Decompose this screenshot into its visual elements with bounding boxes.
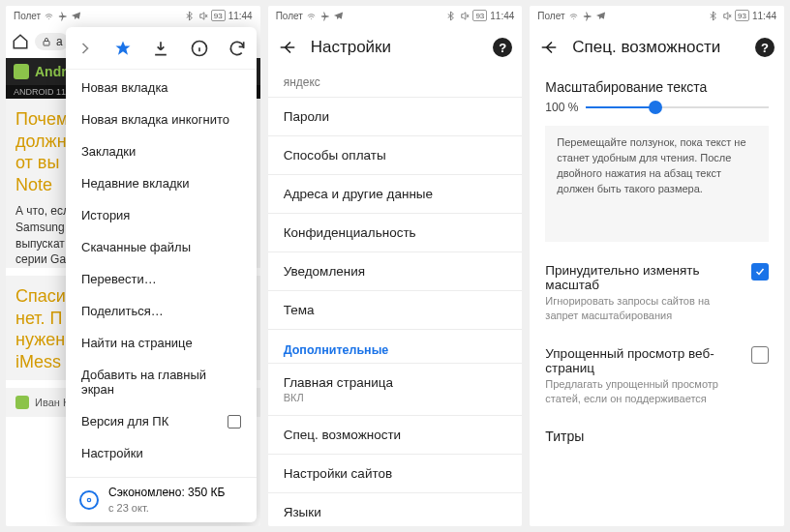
data-saver-icon: [79, 490, 99, 510]
text-scaling-block: Масштабирование текста 100 %: [530, 70, 784, 120]
carrier-label: Полет: [14, 11, 41, 21]
menu-translate[interactable]: Перевести…: [66, 263, 257, 295]
help-icon[interactable]: ?: [493, 38, 512, 57]
simplified-view-row[interactable]: Упрощенный просмотр веб-страниц Предлага…: [530, 335, 784, 418]
url-text: a: [56, 35, 63, 48]
text-scaling-value: 100 %: [545, 101, 578, 114]
app-bar: Спец. возможности ?: [530, 25, 784, 70]
airplane-icon: [57, 11, 68, 21]
menu-icon-row: [66, 27, 257, 70]
back-icon[interactable]: [539, 38, 559, 57]
page-title: Настройки: [311, 38, 480, 57]
telegram-icon: [333, 11, 344, 21]
screen-accessibility: Полет 93 11:44 Спец. возможности ? Масшт…: [530, 6, 784, 526]
menu-recent-tabs[interactable]: Недавние вкладки: [66, 167, 257, 199]
carrier-label: Полет: [276, 11, 303, 21]
setting-passwords[interactable]: Пароли: [268, 97, 523, 135]
text-scaling-slider[interactable]: [586, 106, 769, 108]
bluetooth-icon: [708, 11, 718, 21]
screen-settings: Полет 93 11:44 Настройки ? яндекс Пароли…: [268, 6, 523, 526]
download-icon[interactable]: [151, 39, 170, 58]
wifi-icon: [568, 11, 579, 21]
mute-icon: [198, 11, 208, 21]
clock: 11:44: [490, 11, 514, 21]
page-title: Спец. возможности: [572, 38, 742, 57]
wifi-icon: [44, 11, 54, 21]
battery-indicator: 93: [735, 10, 749, 21]
setting-homepage[interactable]: Главная страница ВКЛ: [268, 363, 523, 415]
url-bar[interactable]: a: [35, 33, 69, 50]
bluetooth-icon: [184, 11, 195, 21]
svg-point-2: [87, 498, 90, 501]
setting-theme[interactable]: Тема: [268, 290, 523, 329]
force-zoom-title: Принудительно изменять масштаб: [545, 263, 742, 292]
setting-accessibility[interactable]: Спец. возможности: [268, 415, 523, 454]
forward-icon[interactable]: [76, 39, 95, 58]
menu-desktop-site[interactable]: Версия для ПК: [66, 405, 257, 437]
mute-icon: [459, 11, 470, 21]
slider-thumb-icon[interactable]: [649, 101, 662, 114]
airplane-icon: [319, 11, 330, 21]
setting-payment[interactable]: Способы оплаты: [268, 135, 523, 174]
menu-find[interactable]: Найти на странице: [66, 327, 257, 359]
menu-bookmarks[interactable]: Закладки: [66, 135, 257, 167]
menu-list: Новая вкладка Новая вкладка инкогнито За…: [66, 70, 257, 477]
setting-privacy[interactable]: Конфиденциальность: [268, 213, 523, 251]
author-name: Иван К: [35, 397, 69, 408]
force-zoom-sub: Игнорировать запросы сайтов на запрет ма…: [545, 294, 742, 323]
data-saver-row[interactable]: Сэкономлено: 350 КБ с 23 окт.: [66, 477, 257, 522]
site-name: Andr: [35, 64, 67, 79]
status-bar: Полет 93 11:44: [268, 6, 523, 25]
setting-site-settings[interactable]: Настройки сайтов: [268, 454, 523, 492]
battery-indicator: 93: [472, 10, 487, 21]
status-bar: Полет 93 11:44: [530, 6, 784, 25]
wifi-icon: [306, 11, 317, 21]
setting-notifications[interactable]: Уведомления: [268, 251, 523, 290]
settings-list: яндекс Пароли Способы оплаты Адреса и др…: [268, 70, 523, 526]
force-zoom-checkbox[interactable]: [751, 263, 769, 281]
author-avatar-icon: [15, 396, 29, 409]
bluetooth-icon: [445, 11, 456, 21]
simplified-checkbox[interactable]: [751, 346, 769, 364]
menu-history[interactable]: История: [66, 199, 257, 231]
menu-new-tab[interactable]: Новая вкладка: [66, 72, 257, 103]
sample-text-box: Перемещайте ползунок, пока текст не стан…: [545, 126, 769, 242]
site-logo-icon: [14, 64, 29, 79]
battery-indicator: 93: [211, 10, 226, 21]
reload-icon[interactable]: [228, 39, 247, 58]
clock: 11:44: [228, 11, 253, 21]
help-icon[interactable]: ?: [755, 38, 775, 57]
star-icon[interactable]: [113, 39, 133, 58]
desktop-site-checkbox[interactable]: [228, 415, 241, 429]
menu-add-home[interactable]: Добавить на главный экран: [66, 359, 257, 405]
screen-browser-menu: Полет 93 11:44 a Andr ANDROID 11 Почем д…: [6, 6, 260, 526]
overflow-menu: Новая вкладка Новая вкладка инкогнито За…: [66, 27, 257, 522]
force-zoom-row[interactable]: Принудительно изменять масштаб Игнориров…: [530, 251, 784, 335]
info-icon[interactable]: [190, 39, 209, 58]
simplified-title: Упрощенный просмотр веб-страниц: [545, 346, 742, 375]
airplane-icon: [582, 11, 592, 21]
setting-addresses[interactable]: Адреса и другие данные: [268, 174, 523, 213]
menu-downloads[interactable]: Скачанные файлы: [66, 231, 257, 263]
home-icon[interactable]: [12, 33, 29, 50]
datasaver-line1: Сэкономлено: 350 КБ: [108, 486, 225, 501]
svg-rect-0: [44, 42, 49, 46]
setting-languages[interactable]: Языки: [268, 492, 523, 526]
status-bar: Полет 93 11:44: [6, 6, 260, 25]
simplified-sub: Предлагать упрощенный просмотр статей, е…: [545, 377, 742, 406]
telegram-icon: [595, 11, 606, 21]
lock-icon: [41, 36, 52, 47]
menu-settings[interactable]: Настройки: [66, 437, 257, 469]
text-scaling-label: Масштабирование текста: [545, 79, 769, 95]
menu-share[interactable]: Поделиться…: [66, 295, 257, 327]
mute-icon: [721, 11, 732, 21]
datasaver-line2: с 23 окт.: [108, 501, 225, 515]
carrier-label: Полет: [537, 11, 564, 21]
telegram-icon: [71, 11, 81, 21]
menu-incognito[interactable]: Новая вкладка инкогнито: [66, 103, 257, 135]
captions-row[interactable]: Титры: [530, 417, 784, 456]
back-icon[interactable]: [278, 38, 297, 57]
section-advanced: Дополнительные: [268, 329, 523, 363]
clock: 11:44: [752, 11, 776, 21]
setting-yandex[interactable]: яндекс: [268, 70, 523, 97]
